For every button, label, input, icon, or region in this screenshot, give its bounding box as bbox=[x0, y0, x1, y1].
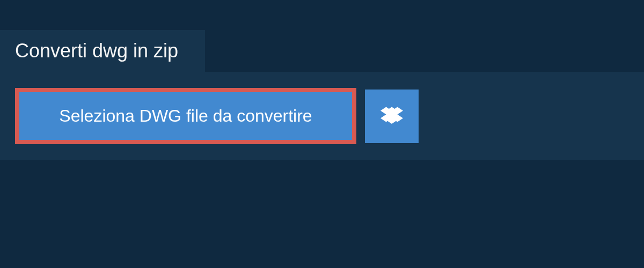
select-file-label: Seleziona DWG file da convertire bbox=[59, 106, 312, 125]
select-file-button[interactable]: Seleziona DWG file da convertire bbox=[19, 92, 352, 140]
select-file-highlight: Seleziona DWG file da convertire bbox=[15, 88, 356, 144]
dropbox-button[interactable] bbox=[365, 90, 419, 143]
tab-title: Converti dwg in zip bbox=[15, 40, 178, 62]
tab-header: Converti dwg in zip bbox=[0, 30, 205, 72]
dropbox-icon bbox=[380, 105, 403, 128]
content-panel: Seleziona DWG file da convertire bbox=[0, 72, 644, 160]
